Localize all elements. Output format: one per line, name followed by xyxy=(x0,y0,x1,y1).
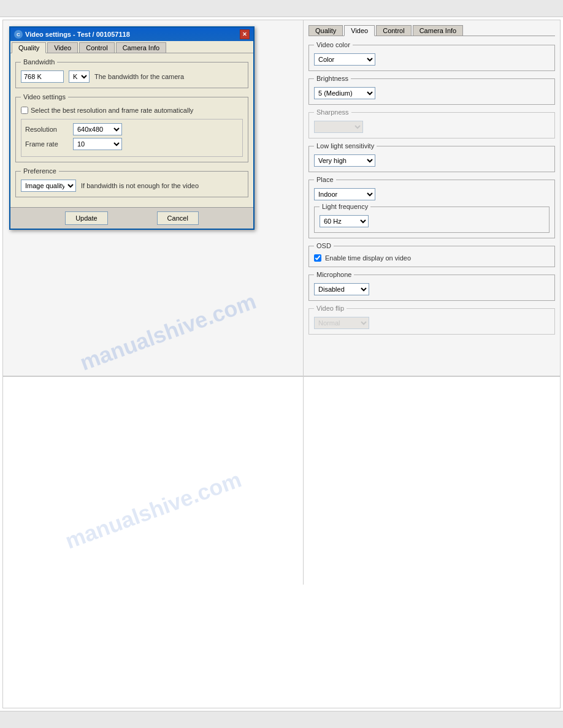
frame-rate-label: Frame rate xyxy=(25,140,68,148)
bandwidth-unit-select[interactable]: K xyxy=(69,70,90,83)
right-tab-camera-info[interactable]: Camera Info xyxy=(413,25,464,36)
bandwidth-group: Bandwidth K The bandwidth for the camera xyxy=(15,58,248,88)
right-panel: Quality Video Control Camera Info Video … xyxy=(304,20,560,376)
video-flip-group: Video flip Normal xyxy=(308,305,555,335)
dialog-title: C Video settings - Test / 001057118 xyxy=(14,30,130,39)
video-color-row: Color B&W xyxy=(314,53,550,66)
preference-description: If bandwidth is not enough for the video xyxy=(81,182,199,189)
auto-label: Select the best resolution and frame rat… xyxy=(31,107,193,114)
update-button[interactable]: Update xyxy=(65,211,107,225)
resolution-section: Resolution 640x480 320x240 160x120 Frame… xyxy=(21,119,243,157)
light-frequency-legend: Light frequency xyxy=(320,203,370,210)
dialog-footer: Update Cancel xyxy=(10,207,253,229)
video-settings-legend: Video settings xyxy=(21,93,68,100)
tab-control[interactable]: Control xyxy=(79,42,114,53)
top-bar xyxy=(0,0,563,17)
video-color-legend: Video color xyxy=(314,41,353,48)
bandwidth-row: K The bandwidth for the camera xyxy=(21,70,243,83)
osd-row: Enable time display on video xyxy=(314,254,550,262)
resolution-select[interactable]: 640x480 320x240 160x120 xyxy=(73,123,122,135)
watermark: manualshive.com xyxy=(77,289,259,376)
brightness-select[interactable]: 5 (Medium) 1 (Low) 10 (High) xyxy=(314,87,375,99)
frame-rate-row: Frame rate 10 15 30 xyxy=(25,138,239,150)
dialog-window: C Video settings - Test / 001057118 ✕ Qu… xyxy=(9,26,255,230)
right-tab-control[interactable]: Control xyxy=(376,25,411,36)
bandwidth-legend: Bandwidth xyxy=(21,58,57,66)
tab-quality[interactable]: Quality xyxy=(12,42,46,53)
cancel-button[interactable]: Cancel xyxy=(157,211,199,225)
auto-checkbox[interactable] xyxy=(21,107,28,114)
brightness-legend: Brightness xyxy=(314,75,351,82)
osd-checkbox[interactable] xyxy=(314,254,321,262)
preference-row: Image quality Frame rate If bandwidth is… xyxy=(21,180,243,192)
bandwidth-description: The bandwidth for the camera xyxy=(94,73,184,80)
sharpness-group: Sharpness xyxy=(308,108,555,138)
microphone-group: Microphone Disabled Enabled xyxy=(308,271,555,301)
bottom-right-panel xyxy=(304,377,560,585)
close-button[interactable]: ✕ xyxy=(240,29,250,39)
light-frequency-select[interactable]: 60 Hz 50 Hz xyxy=(320,215,369,227)
low-light-legend: Low light sensitivity xyxy=(314,142,377,150)
preference-group: Preference Image quality Frame rate If b… xyxy=(15,167,248,197)
dialog-titlebar: C Video settings - Test / 001057118 ✕ xyxy=(10,28,253,41)
microphone-select[interactable]: Disabled Enabled xyxy=(314,283,369,295)
sharpness-select xyxy=(314,121,363,133)
bottom-section: manualshive.com xyxy=(3,376,560,585)
tab-camera-info[interactable]: Camera Info xyxy=(116,42,167,53)
video-color-select[interactable]: Color B&W xyxy=(314,53,375,66)
osd-label: Enable time display on video xyxy=(325,254,411,262)
video-flip-legend: Video flip xyxy=(314,305,347,312)
low-light-group: Low light sensitivity Very high High Med… xyxy=(308,142,555,172)
light-frequency-row: 60 Hz 50 Hz xyxy=(320,215,544,227)
osd-legend: OSD xyxy=(314,242,334,249)
watermark-bottom: manualshive.com xyxy=(61,467,244,555)
right-tab-video[interactable]: Video xyxy=(344,25,375,36)
dialog-tabs: Quality Video Control Camera Info xyxy=(10,41,253,53)
resolution-row: Resolution 640x480 320x240 160x120 xyxy=(25,123,239,135)
place-select[interactable]: Indoor Outdoor xyxy=(314,188,375,200)
bottom-bar xyxy=(0,711,563,728)
preference-legend: Preference xyxy=(21,167,59,175)
brightness-group: Brightness 5 (Medium) 1 (Low) 10 (High) xyxy=(308,75,555,105)
left-panel: C Video settings - Test / 001057118 ✕ Qu… xyxy=(3,20,304,376)
dialog-title-text: Video settings - Test / 001057118 xyxy=(25,31,130,38)
sharpness-legend: Sharpness xyxy=(314,108,351,116)
video-flip-select: Normal xyxy=(314,317,369,329)
osd-group: OSD Enable time display on video xyxy=(308,242,555,267)
preference-select[interactable]: Image quality Frame rate xyxy=(21,180,76,192)
right-tabs: Quality Video Control Camera Info xyxy=(308,25,555,36)
place-row: Indoor Outdoor xyxy=(314,188,550,200)
tab-video[interactable]: Video xyxy=(47,42,78,53)
low-light-row: Very high High Medium Low xyxy=(314,154,550,167)
resolution-label: Resolution xyxy=(25,126,68,133)
light-frequency-group: Light frequency 60 Hz 50 Hz xyxy=(314,203,550,233)
bottom-left-panel: manualshive.com xyxy=(3,377,304,585)
video-settings-group: Video settings Select the best resolutio… xyxy=(15,93,248,162)
dialog-body: Bandwidth K The bandwidth for the camera xyxy=(10,53,253,207)
frame-rate-select[interactable]: 10 15 30 xyxy=(73,138,122,150)
video-flip-row: Normal xyxy=(314,317,550,329)
place-legend: Place xyxy=(314,176,336,183)
place-group: Place Indoor Outdoor Light frequency 60 … xyxy=(308,176,555,238)
video-color-group: Video color Color B&W xyxy=(308,41,555,71)
brightness-row: 5 (Medium) 1 (Low) 10 (High) xyxy=(314,87,550,99)
low-light-select[interactable]: Very high High Medium Low xyxy=(314,154,375,167)
bandwidth-input[interactable] xyxy=(21,70,64,83)
sharpness-row xyxy=(314,121,550,133)
auto-checkbox-row: Select the best resolution and frame rat… xyxy=(21,107,243,114)
microphone-row: Disabled Enabled xyxy=(314,283,550,295)
microphone-legend: Microphone xyxy=(314,271,354,278)
dialog-icon: C xyxy=(14,30,23,39)
right-tab-quality[interactable]: Quality xyxy=(308,25,343,36)
